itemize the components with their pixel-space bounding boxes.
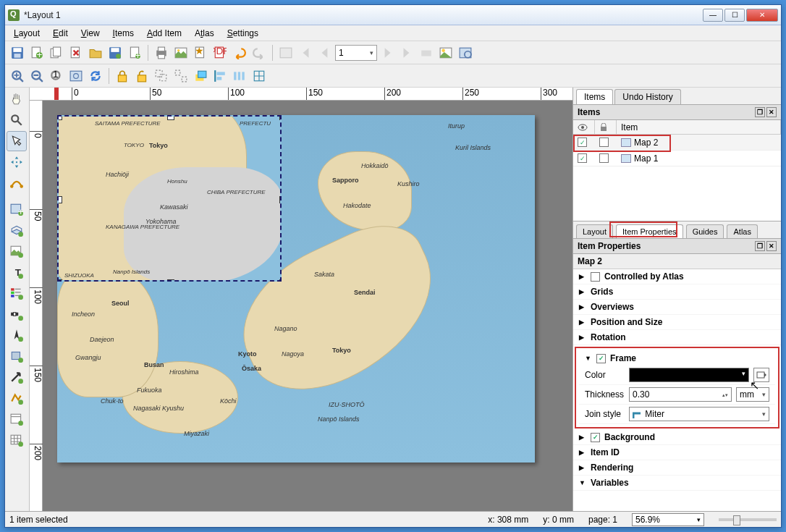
ungroup-icon[interactable] (172, 67, 190, 85)
visible-checkbox[interactable] (578, 153, 587, 163)
map-2[interactable]: SAITAMA PREFECTURE PREFECTU Tokyo TOKYO … (57, 115, 282, 282)
atlas-settings-icon[interactable] (276, 43, 295, 62)
tab-layout[interactable]: Layout (576, 224, 613, 238)
distribute-icon[interactable] (230, 67, 249, 85)
thickness-spinbox[interactable]: 0.30 (629, 387, 732, 402)
section-overviews[interactable]: ▶Overviews (573, 300, 781, 315)
print-icon[interactable] (152, 43, 171, 62)
redo-icon[interactable] (250, 43, 269, 62)
section-item-id[interactable]: ▶Item ID (573, 445, 781, 460)
menu-atlas[interactable]: Atlas (189, 27, 220, 40)
add-scalebar-icon[interactable] (7, 304, 27, 324)
menu-settings[interactable]: Settings (221, 27, 264, 40)
align-left-icon[interactable] (211, 67, 229, 85)
add-3dmap-icon[interactable] (7, 220, 27, 240)
menu-add-item[interactable]: Add Item (141, 27, 187, 40)
select-tool-icon[interactable] (7, 131, 27, 151)
close-panel-icon[interactable]: ✕ (766, 107, 777, 117)
group-icon[interactable] (152, 67, 171, 85)
minimize-button[interactable]: — (703, 9, 723, 22)
zoom-full-icon[interactable] (67, 67, 85, 85)
item-row-map2[interactable]: Map 2 (573, 135, 781, 151)
export-image-icon[interactable] (172, 43, 190, 62)
section-rotation[interactable]: ▶Rotation (573, 330, 781, 345)
zoom-combo[interactable]: 56.9% (632, 513, 704, 526)
add-table-icon[interactable] (7, 430, 27, 450)
save-template-icon[interactable] (106, 43, 124, 62)
resize-icon[interactable] (250, 67, 269, 85)
add-page-icon[interactable]: + (125, 43, 144, 62)
frame-color-button[interactable] (629, 368, 749, 382)
export-pdf-icon[interactable]: PDF (211, 43, 229, 62)
atlas-prev-icon[interactable] (316, 43, 334, 62)
atlas-last-icon[interactable] (397, 43, 416, 62)
atlas-next-icon[interactable] (378, 43, 397, 62)
zoom-out-icon[interactable] (28, 67, 46, 85)
zoom-slider[interactable] (719, 518, 777, 521)
section-grids[interactable]: ▶Grids (573, 284, 781, 300)
joinstyle-combo[interactable]: Miter (629, 407, 769, 421)
lock-icon[interactable] (113, 67, 132, 85)
h-ruler[interactable]: 0 50 100 150 200 250 300 (30, 88, 572, 101)
menu-layout[interactable]: Layout (8, 27, 46, 40)
titlebar[interactable]: *Layout 1 — ☐ ✕ (5, 5, 781, 25)
add-nodeitem-icon[interactable] (7, 388, 27, 408)
zoom-actual-icon[interactable]: 1 (47, 67, 66, 85)
delete-layout-icon[interactable] (67, 43, 85, 62)
add-html-icon[interactable] (7, 409, 27, 429)
save-icon[interactable] (8, 43, 27, 62)
lock-checkbox[interactable] (599, 138, 609, 147)
section-rendering[interactable]: ▶Rendering (573, 460, 781, 476)
item-properties-body[interactable]: Map 2 ▶Controlled by Atlas ▶Grids ▶Overv… (573, 254, 781, 511)
close-button[interactable]: ✕ (746, 9, 778, 22)
tab-guides[interactable]: Guides (686, 224, 724, 238)
tab-item-properties[interactable]: Item Properties (616, 224, 683, 238)
add-legend-icon[interactable] (7, 283, 27, 303)
atlas-print-icon[interactable] (417, 43, 436, 62)
open-icon[interactable] (86, 43, 105, 62)
lock-checkbox[interactable] (599, 153, 609, 163)
maximize-button[interactable]: ☐ (724, 9, 745, 22)
thickness-unit-combo[interactable]: mm (736, 387, 769, 402)
section-variables[interactable]: ▼Variables (573, 476, 781, 491)
move-content-icon[interactable] (7, 152, 27, 172)
atlas-page-combo[interactable]: 1 (335, 45, 377, 61)
layout-page[interactable]: Iturup Kuril Islands Hokkaidō Sapporo Ku… (57, 115, 535, 463)
v-ruler[interactable]: 0 50 100 150 200 (30, 101, 43, 511)
atlas-export-icon[interactable] (436, 43, 455, 62)
data-defined-icon[interactable] (753, 368, 769, 382)
atlas-preview-icon[interactable] (456, 43, 475, 62)
pan-tool-icon[interactable] (7, 89, 27, 109)
menu-view[interactable]: View (75, 27, 106, 40)
visible-checkbox[interactable] (578, 138, 587, 147)
add-label-icon[interactable]: T (7, 262, 27, 282)
section-controlled-by-atlas[interactable]: ▶Controlled by Atlas (573, 269, 781, 284)
add-map-icon[interactable]: + (7, 199, 27, 219)
atlas-first-icon[interactable] (296, 43, 315, 62)
menu-items[interactable]: Items (107, 27, 140, 40)
section-position-size[interactable]: ▶Position and Size (573, 315, 781, 330)
export-svg-icon[interactable]: ★ (191, 43, 210, 62)
raise-icon[interactable] (191, 67, 210, 85)
add-shape-icon[interactable] (7, 346, 27, 366)
new-layout-icon[interactable]: + (28, 43, 46, 62)
zoom-tool-icon[interactable] (7, 110, 27, 130)
unlock-icon[interactable] (132, 67, 151, 85)
tab-undo-history[interactable]: Undo History (614, 89, 680, 104)
tab-atlas-props[interactable]: Atlas (727, 224, 757, 238)
section-background[interactable]: ▶Background (573, 430, 781, 445)
undock-icon[interactable]: ❐ (755, 107, 765, 117)
add-arrow-icon[interactable] (7, 367, 27, 387)
add-northarrow-icon[interactable] (7, 325, 27, 345)
edit-nodes-icon[interactable] (7, 173, 27, 193)
layout-canvas[interactable]: Iturup Kuril Islands Hokkaidō Sapporo Ku… (43, 101, 572, 511)
close-panel-icon[interactable]: ✕ (766, 241, 777, 251)
zoom-in-icon[interactable] (8, 67, 27, 85)
undo-icon[interactable] (230, 43, 249, 62)
section-frame[interactable]: ▼Frame (579, 351, 775, 366)
refresh-icon[interactable] (86, 67, 105, 85)
duplicate-layout-icon[interactable] (47, 43, 66, 62)
tab-items[interactable]: Items (576, 89, 613, 104)
undock-icon[interactable]: ❐ (755, 241, 765, 251)
menu-edit[interactable]: Edit (47, 27, 74, 40)
